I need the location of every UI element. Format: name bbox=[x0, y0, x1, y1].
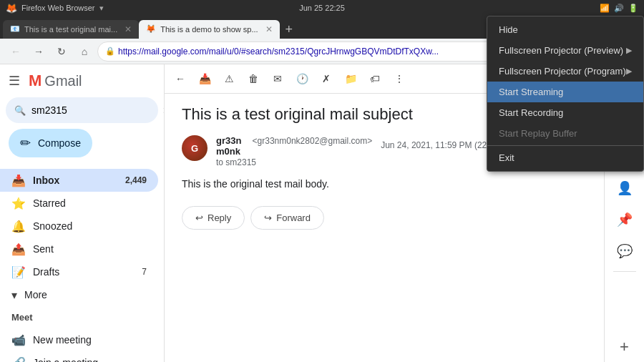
tab-2[interactable]: 🦊 This is a demo to show sp... ✕ bbox=[139, 20, 279, 39]
labels-button[interactable]: 🏷 bbox=[365, 69, 385, 89]
reply-icon: ↩ bbox=[195, 212, 203, 223]
tab-1-favicon: 📧 bbox=[10, 24, 20, 34]
gmail-logo: M Gmail bbox=[29, 72, 82, 90]
reload-button[interactable]: ↻ bbox=[52, 41, 72, 62]
gmail-header: ☰ M Gmail bbox=[0, 70, 164, 97]
sidebar-item-sent[interactable]: 📤 Sent bbox=[0, 238, 158, 260]
battery-icon: 🔋 bbox=[628, 4, 638, 13]
hamburger-menu[interactable]: ☰ bbox=[6, 70, 23, 92]
reply-label: Reply bbox=[208, 212, 231, 223]
snooze-button[interactable]: 🕐 bbox=[292, 69, 312, 89]
move-to-button[interactable]: 📁 bbox=[341, 69, 361, 89]
forward-button[interactable]: ↪ Forward bbox=[250, 206, 324, 230]
title-bar-left: 🦊 Firefox Web Browser ▾ bbox=[6, 3, 104, 14]
right-sidebar-keep-icon[interactable]: 📌 bbox=[610, 205, 639, 234]
forward-icon: ↪ bbox=[264, 212, 272, 223]
search-bar[interactable]: 🔍 ✕ ⚙ bbox=[6, 97, 158, 123]
obs-menu-fullscreen-preview[interactable]: Fullscreen Projector (Preview) ▶ bbox=[487, 40, 643, 61]
starred-label: Starred bbox=[33, 197, 147, 209]
back-button[interactable]: ← bbox=[6, 41, 26, 62]
sent-label: Sent bbox=[33, 243, 147, 255]
email-body: This is the original test mail body. bbox=[182, 176, 587, 192]
inbox-count: 2,449 bbox=[125, 175, 147, 185]
search-input[interactable] bbox=[31, 104, 157, 116]
obs-context-menu: Hide Fullscreen Projector (Preview) ▶ Fu… bbox=[487, 16, 644, 172]
reply-button[interactable]: ↩ Reply bbox=[182, 206, 245, 230]
sidebar-item-join-meeting[interactable]: 🔗 Join a meeting bbox=[0, 351, 158, 362]
right-sidebar-separator-2 bbox=[613, 271, 636, 272]
tab-2-favicon: 🦊 bbox=[146, 24, 156, 34]
tab-1-close[interactable]: ✕ bbox=[125, 24, 132, 34]
email-to[interactable]: to sm2315 bbox=[216, 157, 256, 167]
forward-label: Forward bbox=[276, 212, 311, 223]
more-options-button[interactable]: ⋮ bbox=[389, 69, 409, 89]
home-button[interactable]: ⌂ bbox=[74, 41, 94, 62]
obs-fullscreen-program-arrow: ▶ bbox=[626, 67, 632, 76]
sidebar-item-snoozed[interactable]: 🔔 Snoozed bbox=[0, 215, 158, 238]
sidebar-item-more[interactable]: ▾ More bbox=[0, 283, 158, 306]
wifi-icon: 📶 bbox=[600, 4, 610, 13]
back-to-inbox-button[interactable]: ← bbox=[170, 69, 190, 89]
more-icon: ▾ bbox=[11, 288, 17, 302]
title-bar-text: Firefox Web Browser bbox=[21, 4, 95, 12]
report-spam-button[interactable]: ⚠ bbox=[219, 69, 239, 89]
sidebar-item-inbox[interactable]: 📥 Inbox 2,449 bbox=[0, 169, 158, 192]
right-sidebar-contacts-icon[interactable]: 👤 bbox=[610, 174, 639, 202]
obs-menu-start-streaming[interactable]: Start Streaming bbox=[487, 82, 643, 102]
obs-menu-fullscreen-program[interactable]: Fullscreen Projector (Program) ▶ bbox=[487, 61, 643, 82]
gmail-logo-m: M bbox=[29, 72, 42, 90]
firefox-icon: 🦊 bbox=[6, 3, 17, 14]
forward-button[interactable]: → bbox=[29, 41, 49, 62]
new-tab-button[interactable]: + bbox=[283, 20, 296, 39]
obs-fullscreen-preview-arrow: ▶ bbox=[626, 46, 632, 55]
starred-icon: ⭐ bbox=[11, 197, 26, 210]
not-important-button[interactable]: ✗ bbox=[316, 69, 336, 89]
inbox-icon: 📥 bbox=[11, 174, 26, 187]
gmail-logo-text: Gmail bbox=[44, 73, 82, 89]
drafts-count: 7 bbox=[142, 267, 147, 277]
snoozed-icon: 🔔 bbox=[11, 220, 26, 233]
title-bar: 🦊 Firefox Web Browser ▾ Jun 25 22:25 📶 🔊… bbox=[0, 0, 644, 16]
join-meeting-label: Join a meeting bbox=[33, 357, 147, 362]
sender-name: gr33n m0nk bbox=[216, 135, 250, 157]
sent-icon: 📤 bbox=[11, 243, 26, 256]
drafts-label: Drafts bbox=[33, 266, 135, 278]
volume-icon: 🔊 bbox=[614, 4, 624, 13]
delete-button[interactable]: 🗑 bbox=[243, 69, 263, 89]
tab-2-close[interactable]: ✕ bbox=[265, 24, 273, 34]
mark-unread-button[interactable]: ✉ bbox=[268, 69, 288, 89]
sidebar-item-starred[interactable]: ⭐ Starred bbox=[0, 192, 158, 215]
obs-start-replay-label: Start Replay Buffer bbox=[499, 128, 577, 139]
obs-fullscreen-program-label: Fullscreen Projector (Program) bbox=[499, 66, 626, 77]
sidebar-item-drafts[interactable]: 📝 Drafts 7 bbox=[0, 260, 158, 283]
obs-start-recording-label: Start Recording bbox=[499, 107, 563, 118]
archive-button[interactable]: 📥 bbox=[195, 69, 215, 89]
search-icon: 🔍 bbox=[14, 105, 26, 116]
obs-context-menu-overlay: Hide Fullscreen Projector (Preview) ▶ Fu… bbox=[487, 16, 644, 172]
title-bar-right: 📶 🔊 🔋 bbox=[600, 4, 638, 13]
obs-hide-label: Hide bbox=[499, 24, 518, 35]
obs-menu-start-recording[interactable]: Start Recording bbox=[487, 102, 643, 123]
obs-start-streaming-label: Start Streaming bbox=[499, 87, 563, 97]
lock-icon: 🔒 bbox=[105, 47, 115, 56]
email-action-buttons: ↩ Reply ↪ Forward bbox=[182, 206, 587, 230]
obs-menu-hide[interactable]: Hide bbox=[487, 19, 643, 40]
avatar-initials: G bbox=[191, 143, 198, 154]
new-meeting-icon: 📹 bbox=[11, 333, 26, 347]
drafts-icon: 📝 bbox=[11, 265, 26, 279]
title-bar-datetime: Jun 25 22:25 bbox=[299, 4, 345, 12]
title-bar-dropdown[interactable]: ▾ bbox=[99, 4, 104, 13]
tab-2-label: This is a demo to show sp... bbox=[160, 25, 258, 34]
new-meeting-label: New meeting bbox=[33, 334, 147, 346]
sidebar-item-new-meeting[interactable]: 📹 New meeting bbox=[0, 328, 158, 351]
right-sidebar-chat-icon[interactable]: 💬 bbox=[610, 237, 639, 265]
obs-menu-exit[interactable]: Exit bbox=[487, 147, 643, 168]
email-meta: gr33n m0nk <gr33nm0nk2802@gmail.com> to … bbox=[216, 135, 372, 167]
obs-exit-label: Exit bbox=[499, 152, 514, 163]
right-sidebar-add-icon[interactable]: + bbox=[620, 338, 629, 356]
tab-1[interactable]: 📧 This is a test original mai... ✕ bbox=[3, 20, 139, 39]
avatar: G bbox=[182, 135, 208, 161]
gmail-sidebar: ☰ M Gmail 🔍 ✕ ⚙ ✏ Compose 📥 Inbox 2,449 bbox=[0, 64, 165, 362]
join-meeting-icon: 🔗 bbox=[11, 356, 26, 363]
compose-button[interactable]: ✏ Compose bbox=[9, 129, 92, 157]
